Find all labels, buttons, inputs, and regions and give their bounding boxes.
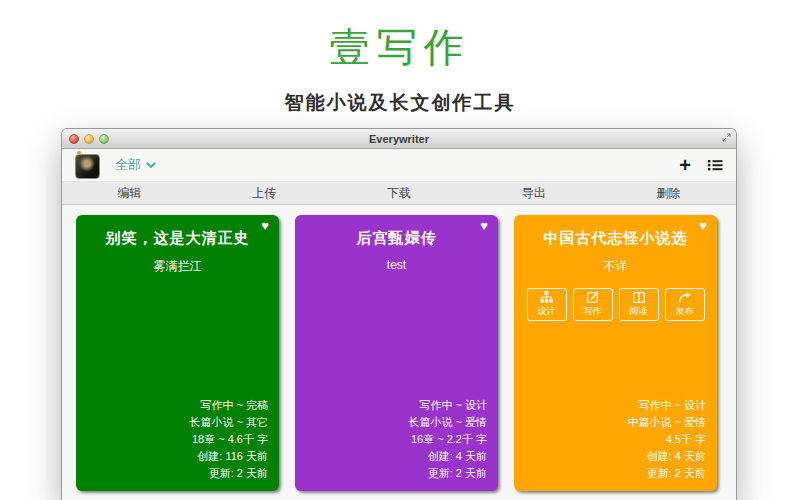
fullscreen-icon[interactable] [722, 133, 731, 142]
heart-icon[interactable]: ♥ [699, 219, 707, 232]
book-card-orange[interactable]: ♥ 中国古代志怪小说选 不详 设计 [514, 215, 717, 491]
edit-icon [587, 291, 599, 303]
menubar: 编辑 上传 下载 导出 删除 [62, 182, 736, 205]
book-title: 别笑，这是大清正史 [76, 229, 279, 248]
menu-item-download[interactable]: 下载 [332, 185, 467, 202]
book-title: 后宫甄嬛传 [295, 229, 498, 248]
app-subtitle: 智能小说及长文创作工具 [0, 90, 800, 116]
book-title: 中国古代志怪小说选 [514, 229, 717, 248]
stat-line: 18章 ~ 4.6千 字 [189, 431, 268, 448]
stat-line: 16章 ~ 2.2千 字 [408, 431, 487, 448]
zoom-button[interactable] [99, 134, 109, 144]
stat-line: 创建: 4 天前 [627, 448, 706, 465]
book-actions: 设计 写作 [514, 288, 717, 321]
book-stats: 写作中 ~ 设计 长篇小说 ~ 爱情 16章 ~ 2.2千 字 创建: 4 天前… [408, 397, 487, 482]
window-titlebar[interactable]: Everywriter [62, 129, 736, 149]
book-grid: ♥ 别笑，这是大清正史 雾满拦江 写作中 ~ 完稿 长篇小说 ~ 其它 18章 … [62, 205, 736, 491]
list-view-button[interactable] [708, 159, 723, 171]
heart-icon[interactable]: ♥ [480, 219, 488, 232]
stat-line: 写作中 ~ 设计 [627, 397, 706, 414]
add-book-button[interactable]: + [679, 156, 691, 174]
stat-line: 写作中 ~ 设计 [408, 397, 487, 414]
action-label: 阅读 [630, 305, 648, 318]
stat-line: 长篇小说 ~ 其它 [189, 414, 268, 431]
book-stats: 写作中 ~ 完稿 长篇小说 ~ 其它 18章 ~ 4.6千 字 创建: 116 … [189, 397, 268, 482]
heart-icon[interactable]: ♥ [261, 219, 269, 232]
stat-line: 写作中 ~ 完稿 [189, 397, 268, 414]
stat-line: 中篇小说 ~ 爱情 [627, 414, 706, 431]
book-stats: 写作中 ~ 设计 中篇小说 ~ 爱情 4.5千 字 创建: 4 天前 更新: 2… [627, 397, 706, 482]
read-icon [633, 292, 645, 303]
read-button[interactable]: 阅读 [619, 288, 659, 321]
close-button[interactable] [69, 134, 79, 144]
design-button[interactable]: 设计 [527, 288, 567, 321]
book-author: 雾满拦江 [76, 258, 279, 275]
traffic-lights [69, 129, 109, 148]
app-title: 壹写作 [0, 0, 800, 75]
stat-line: 4.5千 字 [627, 431, 706, 448]
book-author: test [295, 258, 498, 272]
stat-line: 创建: 4 天前 [408, 448, 487, 465]
menu-item-export[interactable]: 导出 [466, 185, 601, 202]
stat-line: 更新: 2 天前 [189, 465, 268, 482]
filter-label: 全部 [115, 156, 141, 174]
publish-button[interactable]: 发布 [665, 288, 705, 321]
publish-icon [678, 292, 691, 303]
action-label: 设计 [538, 305, 556, 318]
menu-item-edit[interactable]: 编辑 [62, 185, 197, 202]
stat-line: 长篇小说 ~ 爱情 [408, 414, 487, 431]
toolbar: 全部 + [62, 149, 736, 182]
list-icon [708, 157, 723, 174]
book-author: 不详 [514, 258, 717, 275]
book-card-green[interactable]: ♥ 别笑，这是大清正史 雾满拦江 写作中 ~ 完稿 长篇小说 ~ 其它 18章 … [76, 215, 279, 491]
avatar[interactable] [75, 154, 100, 179]
notification-dot [77, 151, 81, 155]
book-card-purple[interactable]: ♥ 后宫甄嬛传 test 写作中 ~ 设计 长篇小说 ~ 爱情 16章 ~ 2.… [295, 215, 498, 491]
menu-item-delete[interactable]: 删除 [601, 185, 736, 202]
minimize-button[interactable] [84, 134, 94, 144]
sitemap-icon [540, 291, 553, 303]
chevron-down-icon [146, 162, 156, 169]
app-window: Everywriter 全部 + [61, 128, 737, 500]
action-label: 发布 [676, 305, 694, 318]
stat-line: 更新: 2 天前 [408, 465, 487, 482]
stat-line: 创建: 116 天前 [189, 448, 268, 465]
filter-dropdown[interactable]: 全部 [115, 156, 156, 174]
menu-item-upload[interactable]: 上传 [197, 185, 332, 202]
action-label: 写作 [584, 305, 602, 318]
window-title: Everywriter [62, 133, 736, 145]
stat-line: 更新: 2 天前 [627, 465, 706, 482]
write-button[interactable]: 写作 [573, 288, 613, 321]
app-header: 壹写作 智能小说及长文创作工具 [0, 0, 800, 116]
